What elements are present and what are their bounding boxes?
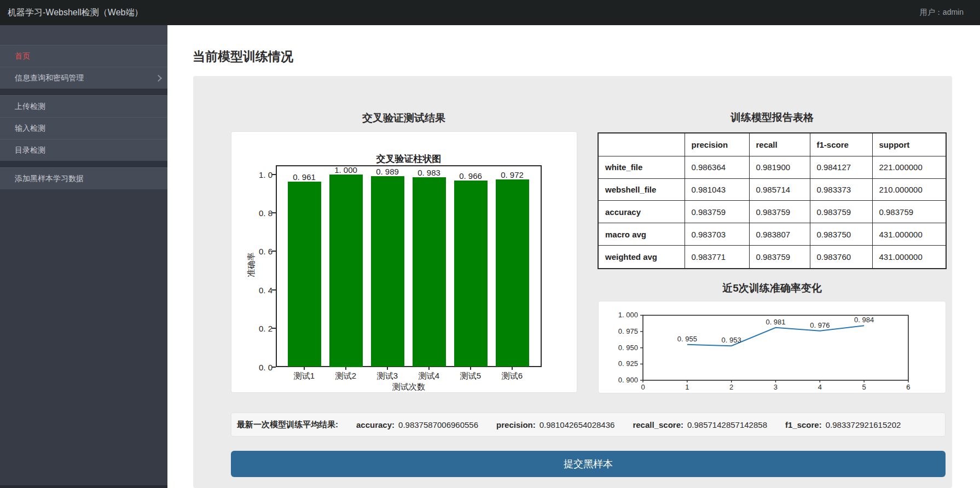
table-row: macro avg0.9837030.9838070.983750431.000… (598, 223, 946, 246)
y-tick-mark (272, 174, 276, 175)
table-cell: 0.983373 (810, 178, 872, 201)
table-row-label: white_file (598, 156, 685, 178)
metric-label: recall_score: (633, 420, 683, 429)
submit-black-sample-button[interactable]: 提交黑样本 (231, 451, 946, 477)
sidebar-item-label: 添加黑样本学习数据 (15, 174, 84, 184)
sidebar-header-block (0, 25, 167, 45)
table-cell: 210.000000 (872, 178, 946, 201)
sidebar: 首页信息查询和密码管理上传检测输入检测目录检测添加黑样本学习数据 (0, 25, 167, 488)
table-cell: 0.983760 (810, 246, 872, 269)
y-tick-label: 0. 900 (618, 376, 638, 384)
bar-chart-inner-title: 交叉验证柱状图 (376, 153, 442, 165)
bar-chart-xlabel: 测试次数 (392, 382, 425, 392)
line-chart-title: 近5次训练准确率变化 (635, 281, 909, 295)
accuracy-line (687, 326, 864, 346)
x-tick-label: 0 (641, 383, 645, 391)
point-label: 0. 976 (810, 321, 830, 329)
sidebar-item-label: 输入检测 (15, 124, 45, 133)
user-label: 用户：admin (920, 8, 964, 18)
bar-value-label: 0. 983 (417, 168, 440, 177)
sidebar-group-divider (0, 161, 167, 167)
bar-测试1 (288, 182, 321, 367)
x-tick-label: 测试2 (335, 371, 356, 381)
y-tick-label: 0. 0 (259, 362, 272, 371)
sidebar-group-divider (0, 89, 167, 95)
point-label: 0. 955 (677, 335, 697, 343)
bar-测试2 (329, 175, 363, 367)
x-tick-label: 1 (685, 383, 689, 391)
y-tick-label: 0. 4 (259, 285, 272, 294)
x-tick-mark (345, 367, 346, 370)
y-tick-label: 0. 6 (259, 247, 272, 256)
y-tick-mark (272, 289, 276, 291)
metric-label: accuracy: (356, 420, 395, 429)
table-cell: 0.983771 (685, 246, 749, 269)
y-tick-mark (272, 212, 276, 213)
x-tick-label: 5 (862, 383, 866, 391)
x-tick-label: 测试3 (377, 371, 398, 381)
bar-value-label: 1. 000 (334, 165, 357, 175)
y-tick-mark (272, 328, 276, 329)
sidebar-item-upload-detect[interactable]: 上传检测 (0, 95, 167, 117)
y-tick-label: 0. 950 (618, 344, 638, 352)
table-row-label: weighted avg (598, 246, 685, 269)
table-cell: 0.983759 (749, 201, 810, 223)
table-cell: 0.983807 (749, 223, 810, 246)
bar-测试6 (496, 179, 529, 367)
table-row-label: webshell_file (598, 178, 685, 201)
sidebar-item-label: 首页 (15, 51, 30, 61)
x-tick-mark (387, 367, 388, 370)
x-tick-label: 测试5 (460, 371, 481, 381)
table-header-cell: support (872, 133, 946, 156)
point-label: 0. 953 (722, 336, 741, 344)
table-cell: 0.983759 (685, 201, 749, 223)
table-header-cell (598, 133, 685, 156)
sidebar-item-info-query-password[interactable]: 信息查询和密码管理 (0, 67, 167, 89)
training-summary-bar: 最新一次模型训练平均结果: accuracy:0.983758700696055… (231, 413, 946, 437)
y-tick-label: 1. 0 (259, 170, 272, 179)
table-header-cell: recall (749, 133, 810, 156)
point-label: 0. 984 (854, 316, 874, 324)
x-tick-label: 4 (818, 383, 822, 391)
sidebar-item-label: 信息查询和密码管理 (15, 73, 84, 83)
x-tick-label: 3 (774, 383, 778, 391)
table-header-row: precisionrecallf1-scoresupport (598, 133, 946, 156)
bar-value-label: 0. 972 (501, 170, 524, 179)
table-cell: 0.984127 (810, 156, 872, 178)
bar-value-label: 0. 966 (459, 171, 482, 181)
sidebar-item-input-detect[interactable]: 输入检测 (0, 117, 167, 139)
y-tick-label: 1. 000 (618, 311, 638, 319)
metric-label: precision: (496, 420, 536, 429)
table-cell: 0.983703 (685, 223, 749, 246)
table-cell: 0.983759 (872, 201, 946, 223)
summary-prefix: 最新一次模型训练平均结果: (237, 420, 338, 430)
table-row: webshell_file0.9810430.9857140.983373210… (598, 178, 946, 201)
sidebar-item-add-black-sample[interactable]: 添加黑样本学习数据 (0, 167, 167, 189)
table-cell: 0.983750 (810, 223, 872, 246)
table-cell: 0.985714 (749, 178, 810, 201)
navbar: 机器学习-Webshell检测（Web端） 用户：admin (0, 0, 980, 25)
x-tick-mark (428, 367, 430, 370)
table-cell: 0.981043 (685, 178, 749, 201)
x-tick-mark (512, 367, 513, 370)
table-cell: 0.983759 (810, 201, 872, 223)
x-tick-mark (304, 367, 305, 370)
table-row-label: macro avg (598, 223, 685, 246)
table-cell: 0.986364 (685, 156, 749, 178)
table-header-cell: f1-score (810, 133, 872, 156)
table-cell: 431.000000 (872, 246, 946, 269)
bar-测试4 (413, 177, 446, 367)
metric-value: 0.983372921615202 (826, 420, 901, 429)
line-chart: 1. 0000. 9750. 9500. 9250. 90001234560. … (598, 301, 946, 393)
sidebar-item-dir-detect[interactable]: 目录检测 (0, 139, 167, 161)
x-tick-label: 测试1 (294, 371, 315, 381)
table-cell: 0.981900 (749, 156, 810, 178)
bar-chart-ylabel: 准确率 (246, 253, 257, 277)
report-table: precisionrecallf1-scoresupportwhite_file… (598, 132, 947, 269)
app-title: 机器学习-Webshell检测（Web端） (8, 7, 143, 19)
sidebar-item-home[interactable]: 首页 (0, 45, 167, 67)
x-tick-label: 6 (906, 383, 910, 391)
metric-value: 0.9857142857142858 (687, 420, 767, 429)
y-tick-label: 0. 975 (618, 327, 638, 335)
bar-测试3 (371, 176, 404, 367)
